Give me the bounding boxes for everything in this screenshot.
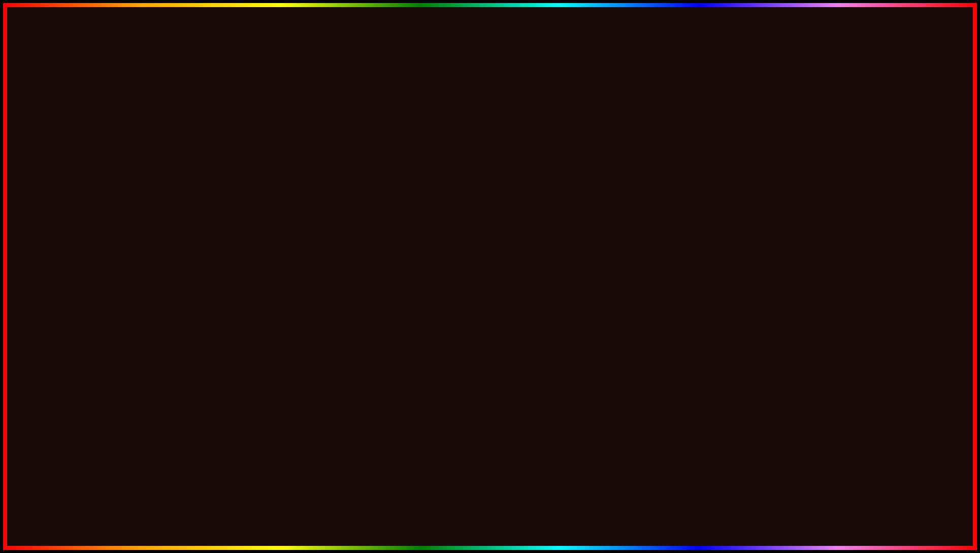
side-label-right: WORK MOBILE [743, 196, 886, 269]
auto-close-dungeon-row: Auto Close Dungeon Results [391, 281, 574, 298]
auto-farm-current-world-row: Auto Farm Current World [171, 279, 343, 297]
leave-insane-dungeon-label: Leave Insane Dungeon At [391, 222, 456, 228]
auto-collect-coins-row: Auto Collect Coins [171, 261, 343, 279]
auto-skip-room-label: Auto Skip Room 50 Easy Dungeon [391, 304, 478, 310]
auto-easy-dungeon-row: Auto Easy Dungeon [391, 245, 574, 263]
thumbnail: ⚔️ ANIME WARRIORS 2 [855, 408, 957, 489]
auto-insane-dungeon-label: Auto Insane Dungeon [391, 268, 445, 274]
leave-easy-dungeon-label: Leave Easy Dungeon At [391, 204, 451, 210]
save-pos-button[interactable]: button [559, 188, 574, 194]
auto-click-row: Auto Click [171, 244, 343, 261]
auto-farm-current-world-toggle[interactable] [324, 283, 343, 293]
mobs-list-value[interactable]: Troop ∧ [323, 185, 343, 192]
work-mobile-label: MOBILE [743, 232, 886, 269]
thumbnail-title: ANIME WARRIORS [883, 473, 929, 479]
sword-icon: ⚔️ [897, 430, 916, 448]
side-label-left: MOBILE ANDROID ✓ [23, 196, 194, 321]
auto-farm-selected-mobs-knob [334, 301, 342, 309]
thumbnail-image: ⚔️ [861, 413, 951, 464]
mobs-list-row: Mobs List Troop ∧ [171, 182, 343, 196]
main-container: ANIME WARRIORS SIMULATOR 2 MOBILE ANDROI… [0, 0, 980, 553]
thumbnail-subtitle: 2 [883, 479, 929, 483]
refresh-mobs-row: Refresh Mobs List ✓ Button [171, 214, 343, 232]
panel-right: ☰ Platinium - Anime Warriors Simulator 2… [384, 150, 582, 322]
save-pos-label: Save Pos To Teleport Back [391, 188, 458, 194]
auto-easy-dungeon-toggle[interactable] [555, 249, 574, 259]
auto-dungeon-chevron-icon[interactable]: ∧ [429, 237, 433, 243]
auto-farm-current-world-knob [325, 284, 333, 292]
farm-text: FARM [295, 470, 469, 533]
android-label: ANDROID [23, 232, 194, 269]
title-section: ANIME WARRIORS SIMULATOR 2 [3, 18, 977, 160]
back-world-label: Back World After Dungeon [391, 175, 457, 181]
panel-right-body: Back World After Dungeon Slect A World P… [385, 166, 580, 320]
auto-skip-room-toggle[interactable] [555, 302, 574, 312]
thumbnail-label: ANIME WARRIORS 2 [883, 473, 929, 483]
settings-chevron-icon[interactable]: ∨ [220, 174, 224, 180]
mobile-label: MOBILE [23, 196, 194, 232]
mobs-list-label: Mobs List [171, 186, 194, 192]
back-world-value[interactable]: Slect A World Pls! ∧ [524, 174, 574, 181]
leave-easy-dungeon-input[interactable]: 10 Room [513, 202, 574, 212]
auto-close-dungeon-toggle[interactable] [555, 284, 574, 294]
auto-insane-dungeon-knob [556, 267, 564, 275]
auto-farm-settings-header: Auto Farm Settings ∨ [171, 170, 343, 182]
refresh-check-icon: ✓ [217, 218, 225, 228]
troop-chevron-icon[interactable]: ∧ [339, 185, 343, 192]
time-between-mob-row: Time Between Another Mob 5 Seconds [171, 196, 343, 214]
bottom-text: AUTO FARM SCRIPT PASTEBIN [3, 474, 977, 530]
leave-easy-dungeon-row: Leave Easy Dungeon At 10 Room [391, 198, 574, 216]
auto-farm-selected-mobs-toggle[interactable] [324, 300, 343, 310]
auto-skip-room-row: Auto Skip Room 50 Easy Dungeon [391, 298, 574, 316]
auto-close-dungeon-knob [556, 285, 564, 293]
auto-farm-chevron-icon[interactable]: ∧ [199, 236, 202, 241]
work-label: WORK [743, 196, 886, 232]
auto-farm-selected-mobs-row: Auto Farm Selected Mobs [171, 297, 343, 315]
thumbnail-inner: ⚔️ ANIME WARRIORS 2 [857, 409, 955, 488]
auto-text: AUTO [138, 470, 295, 533]
auto-close-dungeon-label: Auto Close Dungeon Results [391, 286, 463, 292]
save-pos-row: Save Pos To Teleport Back button [391, 185, 574, 198]
leave-insane-dungeon-row: Leave Insane Dungeon At 10 Room [391, 216, 574, 234]
auto-insane-dungeon-toggle[interactable] [555, 266, 574, 276]
bottom-label: AUTO FARM SCRIPT PASTEBIN [3, 474, 977, 530]
checkmark-icon: ✓ [23, 274, 194, 321]
auto-click-knob [334, 248, 342, 256]
world-select-chevron-icon: ∧ [570, 174, 574, 181]
auto-skip-room-knob [556, 303, 564, 311]
auto-collect-coins-knob [334, 266, 342, 274]
auto-insane-dungeon-row: Auto Insane Dungeon [391, 263, 574, 281]
leave-insane-dungeon-input[interactable]: 10 Room [513, 220, 574, 230]
title-line1: ANIME WARRIORS [3, 18, 977, 99]
auto-farm-settings-label: Auto Farm Settings [171, 174, 218, 180]
auto-dungeon-label: Auto Dungeon [391, 237, 427, 243]
script-text: SCRIPT [469, 485, 629, 530]
auto-dungeon-header: Auto Dungeon ∧ [391, 234, 574, 245]
pastebin-text: PASTEBIN [629, 485, 842, 530]
time-between-mob-value[interactable]: 5 Seconds [303, 199, 343, 210]
back-world-row: Back World After Dungeon Slect A World P… [391, 170, 574, 185]
auto-click-toggle[interactable] [324, 247, 343, 257]
auto-farm-header: Auto Farm ∧ [171, 232, 343, 244]
auto-easy-dungeon-label: Auto Easy Dungeon [391, 251, 441, 257]
title-line2: SIMULATOR 2 [3, 99, 977, 160]
refresh-mobs-button[interactable]: Button [327, 220, 343, 226]
auto-collect-coins-toggle[interactable] [324, 265, 343, 275]
auto-easy-dungeon-knob [556, 250, 564, 258]
